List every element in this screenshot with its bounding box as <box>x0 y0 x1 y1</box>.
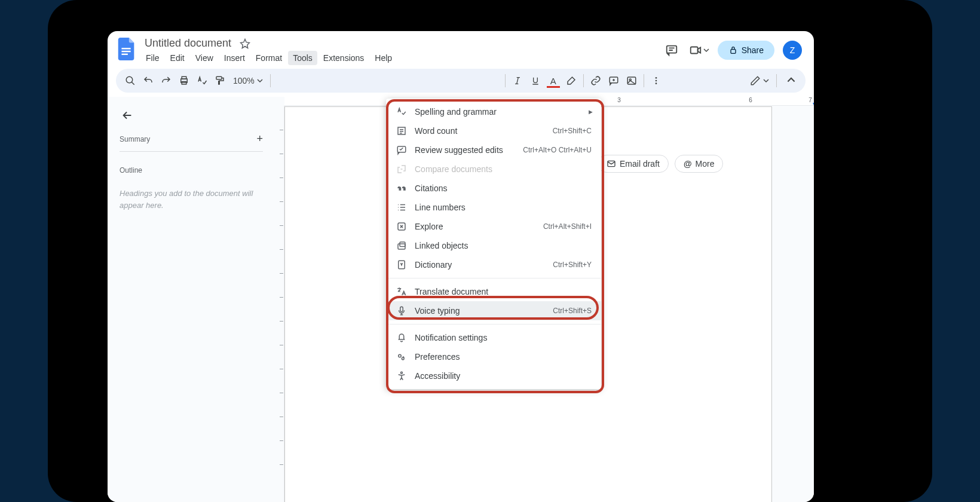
tools-accessibility[interactable]: Accessibility <box>386 366 601 385</box>
svg-point-26 <box>402 357 404 360</box>
share-button[interactable]: Share <box>718 41 774 60</box>
tools-word-count[interactable]: Word count Ctrl+Shift+C <box>386 121 601 140</box>
svg-rect-8 <box>182 76 186 79</box>
svg-rect-0 <box>121 48 130 49</box>
tools-voice-typing[interactable]: Voice typing Ctrl+Shift+S <box>386 301 601 320</box>
image-icon[interactable] <box>623 72 640 89</box>
italic-icon[interactable] <box>509 72 526 89</box>
line-numbers-icon <box>396 201 408 213</box>
translate-icon <box>396 286 408 298</box>
menu-file[interactable]: File <box>141 51 164 65</box>
tools-compare-docs: Compare documents <box>386 160 601 179</box>
undo-icon[interactable] <box>140 72 157 89</box>
svg-rect-10 <box>216 76 222 79</box>
mic-icon <box>396 305 408 317</box>
docs-logo-icon[interactable] <box>116 38 137 60</box>
menu-help[interactable]: Help <box>370 51 397 65</box>
compare-icon <box>396 163 408 175</box>
menu-insert[interactable]: Insert <box>219 51 250 65</box>
svg-point-27 <box>401 372 403 374</box>
outline-hint: Headings you add to the document will ap… <box>120 188 263 211</box>
tools-line-numbers[interactable]: Line numbers <box>386 198 601 217</box>
editing-mode[interactable] <box>746 75 773 86</box>
tools-dropdown: Spelling and grammar ► Word count Ctrl+S… <box>386 99 601 389</box>
tools-review-edits[interactable]: Review suggested edits Ctrl+Alt+O Ctrl+A… <box>386 140 601 160</box>
app-window: Untitled document File Edit View Insert … <box>108 31 814 502</box>
print-icon[interactable] <box>176 72 192 89</box>
meet-button[interactable] <box>689 44 709 57</box>
menu-edit[interactable]: Edit <box>166 51 189 65</box>
summary-label: Summary <box>120 135 150 143</box>
vertical-ruler <box>275 106 284 502</box>
share-label: Share <box>742 45 764 55</box>
explore-icon <box>396 221 408 232</box>
svg-rect-24 <box>400 307 403 311</box>
linked-objects-icon <box>396 240 408 252</box>
bell-icon <box>396 332 408 344</box>
svg-point-25 <box>399 354 402 357</box>
menu-format[interactable]: Format <box>251 51 287 65</box>
svg-point-6 <box>126 76 133 83</box>
back-icon[interactable] <box>121 109 263 122</box>
svg-rect-1 <box>121 51 130 52</box>
tools-explore[interactable]: Explore Ctrl+Alt+Shift+I <box>386 217 601 236</box>
zoom-select[interactable]: 100% <box>229 76 267 85</box>
accessibility-icon <box>396 370 408 382</box>
tools-notifications[interactable]: Notification settings <box>386 328 601 347</box>
link-icon[interactable] <box>587 72 604 89</box>
svg-rect-3 <box>666 46 676 53</box>
redo-icon[interactable] <box>158 72 174 89</box>
tools-linked-objects[interactable]: Linked objects <box>386 236 601 255</box>
chip-email-draft[interactable]: Email draft <box>598 155 669 173</box>
spellcheck-menu-icon <box>396 106 408 118</box>
chip-more[interactable]: @ More <box>675 155 724 173</box>
tools-citations[interactable]: Citations <box>386 179 601 198</box>
document-title[interactable]: Untitled document <box>142 36 234 51</box>
preferences-icon <box>396 351 408 363</box>
menu-tools[interactable]: Tools <box>288 51 317 65</box>
svg-point-15 <box>655 80 657 82</box>
citations-icon <box>396 182 408 194</box>
toolbar: 100% A <box>116 69 806 93</box>
tools-dictionary[interactable]: Dictionary Ctrl+Shift+Y <box>386 255 601 274</box>
tools-preferences[interactable]: Preferences <box>386 347 601 366</box>
tools-translate[interactable]: Translate document <box>386 282 601 301</box>
svg-rect-4 <box>690 47 697 54</box>
word-count-icon <box>396 125 408 137</box>
add-comment-icon[interactable] <box>605 72 622 89</box>
collapse-icon[interactable] <box>783 72 800 89</box>
review-icon <box>396 144 408 156</box>
outline-label: Outline <box>120 166 263 175</box>
spellcheck-icon[interactable] <box>194 72 210 89</box>
text-color-icon[interactable]: A <box>545 72 562 89</box>
add-summary-icon[interactable]: + <box>256 133 263 145</box>
right-indent-icon[interactable]: ▾ <box>813 100 814 108</box>
more-icon[interactable] <box>648 72 664 89</box>
underline-icon[interactable] <box>527 72 544 89</box>
paint-format-icon[interactable] <box>212 72 228 89</box>
search-icon[interactable] <box>122 72 139 89</box>
menu-view[interactable]: View <box>191 51 218 65</box>
submenu-arrow-icon: ► <box>587 108 594 115</box>
svg-rect-5 <box>731 50 736 54</box>
dictionary-icon <box>396 259 408 271</box>
tools-spelling-grammar[interactable]: Spelling and grammar ► <box>386 102 601 121</box>
outline-sidebar: Summary + Outline Headings you add to th… <box>108 97 275 502</box>
account-avatar[interactable]: Z <box>783 41 802 60</box>
highlight-icon[interactable] <box>563 72 580 89</box>
comments-icon[interactable] <box>663 41 681 59</box>
menu-extensions[interactable]: Extensions <box>318 51 369 65</box>
menubar: File Edit View Insert Format Tools Exten… <box>141 51 658 65</box>
star-icon[interactable] <box>240 38 250 49</box>
svg-rect-2 <box>121 54 127 55</box>
svg-point-16 <box>655 82 657 84</box>
title-bar: Untitled document File Edit View Insert … <box>108 31 814 65</box>
svg-point-14 <box>655 77 657 79</box>
